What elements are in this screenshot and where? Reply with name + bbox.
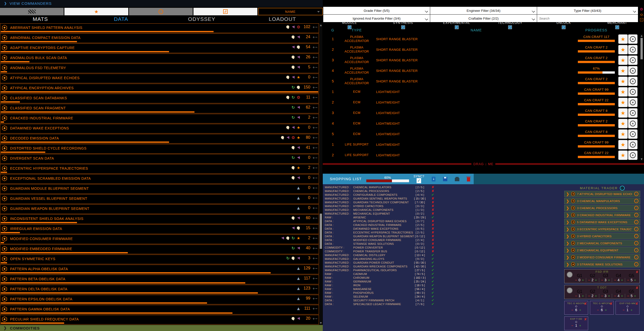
scrollbar-thumb[interactable] <box>320 214 322 249</box>
material-row[interactable]: DIVERGENT SCAN DATA↻0+− <box>0 154 319 164</box>
material-row[interactable]: GUARDIAN VESSEL BLUEPRINT SEGMENT▲0+− <box>0 194 319 204</box>
shopping-item[interactable]: DATA :CRACKED INDUSTRIAL FIRMWARE[ 2 / 5… <box>325 223 443 227</box>
shopping-item[interactable]: MANUFACTURED :GUARDIAN WRECKAGE COMPONEN… <box>325 265 443 269</box>
decrement-button[interactable]: − <box>315 166 317 170</box>
theme-hatch-icon[interactable] <box>640 14 643 16</box>
increment-button[interactable]: + <box>608 294 610 298</box>
trader-row[interactable]: ❯3 CHEMICAL PROCESSORSi <box>564 205 640 211</box>
increment-button[interactable]: + <box>312 45 315 49</box>
favorite-button[interactable]: ★ <box>618 108 628 118</box>
mats-view-button[interactable] <box>0 8 64 15</box>
shopping-item[interactable]: RAW :CHROMIUM[ 182 / 3 ]✔ <box>325 276 443 280</box>
decrement-button[interactable]: − <box>315 105 317 110</box>
increment-button[interactable]: + <box>621 294 623 298</box>
trader-row[interactable]: ❯3 STRANGE WAKE SOLUTIONSi <box>564 261 640 267</box>
info-view-button[interactable]: i <box>129 8 193 15</box>
decrement-button[interactable]: − <box>315 276 317 280</box>
increment-button[interactable]: + <box>312 75 315 79</box>
trader-row[interactable]: ❯3 CHEMICAL MANIPULATORSi <box>564 198 640 204</box>
remove-button[interactable]: × <box>628 140 637 149</box>
decrement-button[interactable]: − <box>315 25 317 29</box>
remove-button[interactable]: × <box>628 45 637 54</box>
shopping-item[interactable]: DATA :DATAMINED WAKE EXCEPTIONS[ 0 / 5 ]… <box>325 227 443 231</box>
trader-row[interactable]: ❯3 ECCENTRIC HYPERSPACE TRAJECTORIESi <box>564 226 640 232</box>
increment-button[interactable]: + <box>579 324 581 327</box>
favorite-button[interactable]: ★ <box>618 45 628 54</box>
decrement-button[interactable]: − <box>315 256 317 260</box>
remove-button[interactable]: × <box>628 108 637 118</box>
material-row[interactable]: ANOMALOUS FSD TELEMETRY5+− <box>0 64 319 73</box>
increment-button[interactable]: + <box>634 294 636 298</box>
decrement-button[interactable]: − <box>315 286 317 291</box>
sync-checkbox[interactable]: ✓ <box>417 178 421 183</box>
increment-button[interactable]: + <box>312 266 315 270</box>
info-icon[interactable]: i <box>634 248 638 252</box>
decrement-button[interactable]: − <box>315 266 317 270</box>
commodities-section-header[interactable]: ❯ COMMODITIES <box>0 325 323 331</box>
blueprint-row[interactable]: 1PLASMA ACCELERATORSHORT RANGE BLASTERCA… <box>323 34 644 44</box>
shopping-item[interactable]: DATA :STRANGE WAKE SOLUTIONS[ 0 / 3 ]✘ <box>325 242 443 246</box>
info-icon[interactable]: i <box>620 186 625 191</box>
shopping-item[interactable]: DATA :MODIFIED CONSUMER FIRMWARE[ 2 / 4 … <box>325 239 443 242</box>
info-icon[interactable]: i <box>634 206 638 210</box>
decrement-button[interactable]: − <box>627 278 629 282</box>
info-icon[interactable]: i <box>634 234 638 238</box>
material-row[interactable]: ATYPICAL ENCRYPTION ARCHIVES↻150+− <box>0 84 319 93</box>
increment-button[interactable]: + <box>312 236 315 240</box>
favorite-button[interactable]: ★ <box>618 87 628 97</box>
increment-button[interactable]: + <box>595 278 597 282</box>
close-icon[interactable]: ✘ <box>635 286 638 290</box>
material-row[interactable]: IRREGULAR EMISSION DATA15+− <box>0 224 319 234</box>
increment-button[interactable]: + <box>312 206 315 210</box>
material-row[interactable]: ATYPICAL DISRUPTED WAKE ECHOES★0+− <box>0 74 319 83</box>
blueprint-row[interactable]: 2ECMLIGHTWEIGHTCAN CRAFT 22★× <box>323 97 644 108</box>
material-row[interactable]: PATTERN BETA OBELISK DATA▲117+− <box>0 275 319 284</box>
decrement-button[interactable]: − <box>315 65 317 69</box>
blueprint-row[interactable]: 1LIFE SUPPORTLIGHTWEIGHTCAN CRAFT 99★× <box>323 139 644 150</box>
remove-button[interactable]: × <box>628 77 637 86</box>
material-row[interactable]: DATAMINED WAKE EXCEPTIONS★0+− <box>0 124 319 133</box>
increment-button[interactable]: + <box>312 166 315 170</box>
increment-button[interactable]: + <box>312 25 315 29</box>
sort-dropdown[interactable]: NAME <box>258 8 323 15</box>
increment-button[interactable]: + <box>312 55 315 59</box>
info-icon[interactable]: i <box>634 199 638 203</box>
blueprint-row[interactable]: 2LIFE SUPPORTLIGHTWEIGHTCAN CRAFT 22★× <box>323 150 644 161</box>
materials-scrollbar[interactable]: ▲ ▼ <box>319 23 322 325</box>
info-icon[interactable]: i <box>634 220 638 224</box>
info-icon[interactable]: i <box>634 192 638 196</box>
decrement-button[interactable]: − <box>315 95 317 100</box>
remove-button[interactable]: × <box>628 151 637 160</box>
save-list-icon[interactable] <box>443 177 447 181</box>
close-icon[interactable]: ✘ <box>610 302 613 306</box>
favorite-button[interactable]: ★ <box>618 66 628 75</box>
favorite-button[interactable]: ★ <box>618 151 628 160</box>
decrement-button[interactable]: − <box>315 55 317 59</box>
close-icon[interactable]: ✘ <box>584 317 587 321</box>
decrement-button[interactable]: − <box>315 156 317 160</box>
decrement-button[interactable]: − <box>627 294 629 298</box>
remove-button[interactable]: × <box>628 66 637 75</box>
favorite-button[interactable]: ★ <box>618 129 628 139</box>
info-icon[interactable]: i <box>634 227 638 231</box>
material-row[interactable]: PECULIAR SHIELD FREQUENCY DATA20+− <box>0 315 319 324</box>
increment-button[interactable]: + <box>312 115 315 120</box>
material-row[interactable]: EXCEPTIONAL SCRAMBLED EMISSION DATA0+− <box>0 174 319 184</box>
increment-button[interactable]: + <box>312 35 315 39</box>
decrement-button[interactable]: − <box>315 35 317 39</box>
trader-row[interactable]: ❯2 MECHANICAL EQUIPMENTi <box>564 247 640 253</box>
shopping-item[interactable]: COMMODITY :POWER TRANSFER BUS[ 0 / 12 ]✘ <box>325 250 443 254</box>
shopping-item[interactable]: DATA :SPECIALISED LEGACY FIRMWARE[ 7 / 6… <box>325 303 443 306</box>
info-icon[interactable]: i <box>634 262 638 266</box>
print-list-icon[interactable] <box>455 178 459 181</box>
increment-button[interactable]: + <box>312 196 315 200</box>
increment-button[interactable]: + <box>582 294 584 298</box>
material-row[interactable]: CLASSIFIED SCAN DATABANKS↻⚙11+− <box>0 94 319 103</box>
shopping-item[interactable]: MANUFACTURED :CHEMICAL DISTILLERY[ 13 / … <box>325 254 443 257</box>
clear-list-icon[interactable] <box>467 177 470 181</box>
material-row[interactable]: ECCENTRIC HYPERSPACE TRAJECTORIES★2+− <box>0 164 319 174</box>
material-row[interactable]: ADAPTIVE ENCRYPTORS CAPTURE54+− <box>0 43 319 53</box>
decrement-button[interactable]: − <box>315 176 317 180</box>
material-row[interactable]: MODIFIED CONSUMER FIRMWARE↻★2+− <box>0 234 319 244</box>
shopping-item[interactable]: RAW :ARSENIC[ 29 / 29 ]✔ <box>325 216 443 220</box>
